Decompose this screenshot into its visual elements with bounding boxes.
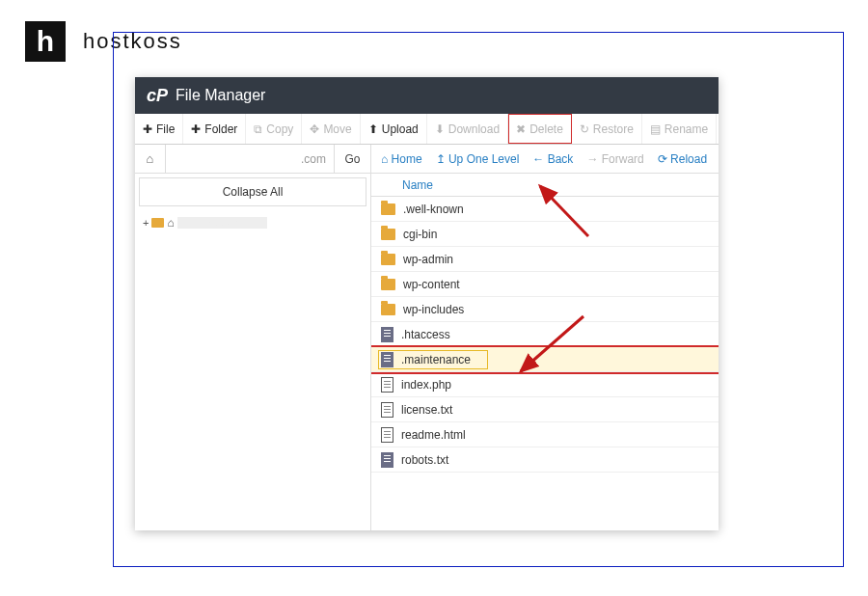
file-name: .maintenance: [401, 353, 471, 366]
file-row[interactable]: wp-admin: [371, 247, 719, 272]
label: Move: [323, 122, 351, 136]
delete-button[interactable]: ✖ Delete: [508, 114, 572, 144]
label: Up One Level: [448, 152, 519, 166]
file-icon: [381, 327, 393, 342]
label: Restore: [593, 122, 634, 136]
label: Copy: [266, 122, 293, 136]
x-icon: ✖: [516, 122, 526, 136]
nav-home-button[interactable]: ⌂ Home: [381, 152, 422, 166]
home-icon: ⌂: [381, 152, 388, 166]
file-name: readme.html: [401, 428, 466, 442]
nav-back-button[interactable]: ← Back: [532, 152, 573, 166]
file-row[interactable]: wp-content: [371, 272, 719, 297]
file-name: cgi-bin: [403, 228, 437, 241]
file-name: license.txt: [401, 403, 452, 417]
up-icon: ↥: [436, 152, 446, 166]
label: Upload: [382, 122, 419, 136]
file-row[interactable]: cgi-bin: [371, 222, 719, 247]
nav-forward-button[interactable]: → Forward: [586, 152, 643, 166]
address-row: ⌂ Go: [135, 145, 370, 174]
label: Delete: [529, 122, 563, 136]
file-name: .well-known: [403, 203, 464, 216]
collapse-all-button[interactable]: Collapse All: [139, 177, 366, 206]
forward-icon: →: [586, 152, 598, 166]
label: Home: [392, 152, 422, 166]
left-pane: ⌂ Go Collapse All + ⌂ hidden: [135, 145, 371, 530]
folder-icon: [381, 203, 395, 215]
label: Rename: [665, 122, 708, 136]
copy-icon: ⧉: [254, 122, 262, 136]
file-icon: [381, 352, 393, 367]
home-icon: ⌂: [147, 151, 154, 166]
back-icon: ←: [532, 152, 544, 166]
folder-tree: + ⌂ hidden: [135, 212, 370, 233]
download-button[interactable]: ⬇ Download: [427, 114, 508, 144]
tree-root-row[interactable]: + ⌂ hidden: [143, 216, 363, 230]
rename-icon: ▤: [650, 122, 661, 136]
folder-icon: [381, 254, 395, 265]
nav-up-button[interactable]: ↥ Up One Level: [436, 152, 520, 166]
file-name: index.php: [401, 378, 451, 392]
upload-button[interactable]: ⬆ Upload: [361, 114, 427, 144]
rename-button[interactable]: ▤ Rename: [642, 114, 717, 144]
toolbar: ✚ File ✚ Folder ⧉ Copy ✥ Move ⬆ Upload ⬇…: [135, 114, 719, 145]
file-row-selected[interactable]: .maintenance: [371, 347, 719, 372]
label: Forward: [602, 152, 644, 166]
file-row[interactable]: wp-includes: [371, 297, 719, 322]
app-title: File Manager: [176, 87, 265, 104]
reload-icon: ⟳: [658, 152, 667, 166]
title-bar: cP File Manager: [135, 77, 719, 114]
upload-icon: ⬆: [368, 122, 378, 136]
file-row[interactable]: readme.html: [371, 422, 719, 447]
file-icon: [381, 402, 393, 418]
move-icon: ✥: [310, 122, 319, 136]
file-name: robots.txt: [401, 453, 448, 467]
column-name: Name: [402, 178, 433, 192]
tree-root-label: hidden: [177, 217, 267, 229]
file-row[interactable]: index.php: [371, 372, 719, 397]
label: Reload: [670, 152, 707, 166]
brand-mark: h: [25, 21, 66, 62]
file-row[interactable]: robots.txt: [371, 447, 719, 473]
home-icon-button[interactable]: ⌂: [135, 145, 166, 173]
home-icon: ⌂: [167, 216, 174, 230]
label: Back: [548, 152, 574, 166]
label: File: [156, 122, 175, 136]
path-input[interactable]: [166, 145, 334, 173]
restore-icon: ↻: [580, 122, 589, 136]
file-icon: [381, 452, 393, 468]
right-pane: ⌂ Home ↥ Up One Level ← Back → Forward ⟳: [371, 145, 719, 530]
nav-reload-button[interactable]: ⟳ Reload: [658, 152, 707, 166]
plus-icon: ✚: [143, 122, 152, 136]
label: Folder: [204, 122, 237, 136]
folder-icon: [381, 229, 395, 240]
content-area: ⌂ Go Collapse All + ⌂ hidden ⌂ Home: [135, 145, 719, 530]
file-list: .well-knowncgi-binwp-adminwp-contentwp-i…: [371, 197, 719, 530]
file-icon: [381, 377, 393, 393]
file-name: wp-content: [403, 278, 460, 291]
file-manager-window: cP File Manager ✚ File ✚ Folder ⧉ Copy ✥…: [135, 77, 719, 530]
file-row[interactable]: license.txt: [371, 397, 719, 422]
folder-icon: [381, 304, 395, 315]
file-name: wp-admin: [403, 253, 453, 266]
file-name: .htaccess: [401, 328, 450, 341]
folder-icon: [151, 218, 164, 228]
file-row[interactable]: .well-known: [371, 197, 719, 222]
restore-button[interactable]: ↻ Restore: [572, 114, 642, 144]
copy-button[interactable]: ⧉ Copy: [246, 114, 302, 144]
plus-icon: ✚: [191, 122, 201, 136]
file-name: wp-includes: [403, 303, 464, 316]
new-file-button[interactable]: ✚ File: [135, 114, 183, 144]
file-icon: [381, 427, 393, 443]
download-icon: ⬇: [435, 122, 445, 136]
new-folder-button[interactable]: ✚ Folder: [183, 114, 246, 144]
move-button[interactable]: ✥ Move: [302, 114, 360, 144]
go-button[interactable]: Go: [334, 145, 370, 173]
selection-highlight: .maintenance: [377, 349, 489, 370]
file-row[interactable]: .htaccess: [371, 322, 719, 347]
expand-icon[interactable]: +: [143, 217, 149, 229]
label: Download: [448, 122, 500, 136]
navigation-bar: ⌂ Home ↥ Up One Level ← Back → Forward ⟳: [371, 145, 719, 174]
column-header[interactable]: Name: [371, 174, 719, 197]
folder-icon: [381, 279, 395, 290]
